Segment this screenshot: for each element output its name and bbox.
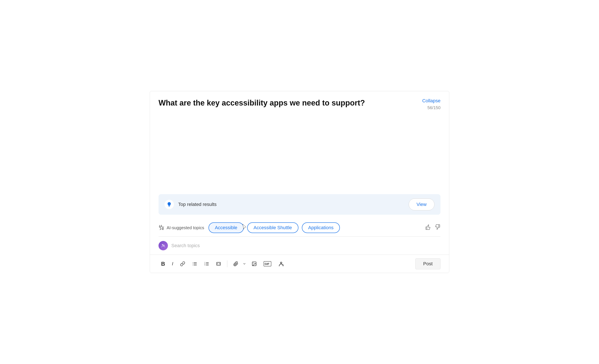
attach-dropdown-button[interactable] [241, 260, 247, 267]
code-button[interactable] [213, 259, 224, 268]
topic-chip-accessible-shuttle[interactable]: Accessible Shuttle [247, 222, 299, 233]
toolbar: B I 1 [150, 255, 449, 273]
svg-text:3: 3 [204, 264, 205, 266]
topic-chips: Accessible Accessible Shuttle Applicatio… [209, 222, 340, 233]
svg-point-1 [163, 245, 165, 246]
view-button[interactable]: View [409, 198, 434, 210]
gif-icon: GIF [264, 261, 271, 266]
post-button[interactable]: Post [415, 258, 440, 269]
attach-group [231, 259, 247, 268]
link-button[interactable] [177, 259, 188, 268]
ordered-list-button[interactable]: 1 2 3 [202, 259, 212, 268]
svg-point-19 [280, 262, 282, 264]
avatar-icon [161, 243, 166, 248]
mention-button[interactable] [276, 259, 287, 268]
link-icon [180, 261, 185, 266]
collapse-button[interactable]: Collapse [422, 98, 440, 104]
mention-icon [278, 261, 284, 267]
image-icon [252, 261, 257, 266]
content-area [150, 114, 449, 189]
ordered-list-icon: 1 2 3 [204, 261, 209, 266]
bulb-icon-container [165, 200, 174, 209]
ai-topics-row: AI-suggested topics Accessible Accessibl… [150, 218, 449, 237]
bulb-icon [167, 202, 172, 207]
related-results-bar: Top related results View [159, 194, 440, 215]
search-avatar [159, 241, 168, 250]
ai-topics-label: AI-suggested topics [167, 225, 204, 230]
char-count: 56/150 [427, 105, 440, 110]
topic-chip-accessible[interactable]: Accessible [209, 222, 244, 233]
paperclip-icon [233, 261, 238, 266]
ai-icon-group: AI-suggested topics [159, 225, 204, 231]
italic-button[interactable]: I [169, 259, 176, 268]
header-row: What are the key accessibility apps we n… [150, 91, 449, 114]
main-container: What are the key accessibility apps we n… [150, 91, 449, 273]
header-right: Collapse 56/150 [422, 98, 440, 110]
attach-button[interactable] [231, 259, 241, 268]
chevron-down-icon [243, 262, 246, 266]
thumbs-up-icon [425, 224, 431, 230]
svg-text:GIF: GIF [264, 262, 269, 266]
thumbs-up-button[interactable] [425, 224, 431, 231]
list-button[interactable] [189, 259, 200, 268]
list-icon [192, 261, 197, 266]
code-icon [216, 261, 221, 266]
thumbs-down-button[interactable] [434, 224, 440, 231]
related-results-label: Top related results [178, 202, 404, 207]
image-button[interactable] [249, 259, 259, 268]
topic-chip-applications[interactable]: Applications [302, 222, 340, 233]
gif-button[interactable]: GIF [261, 259, 274, 268]
vote-buttons [425, 224, 440, 231]
thumbs-down-icon [434, 224, 440, 230]
search-topics-placeholder: Search topics [171, 243, 200, 249]
search-topics-row[interactable]: Search topics [150, 237, 449, 255]
svg-point-0 [162, 244, 163, 245]
svg-point-16 [253, 263, 254, 263]
toolbar-separator-1 [227, 260, 227, 267]
bold-button[interactable]: B [159, 259, 168, 269]
sparkle-icon [159, 225, 165, 231]
question-title: What are the key accessibility apps we n… [159, 98, 394, 108]
